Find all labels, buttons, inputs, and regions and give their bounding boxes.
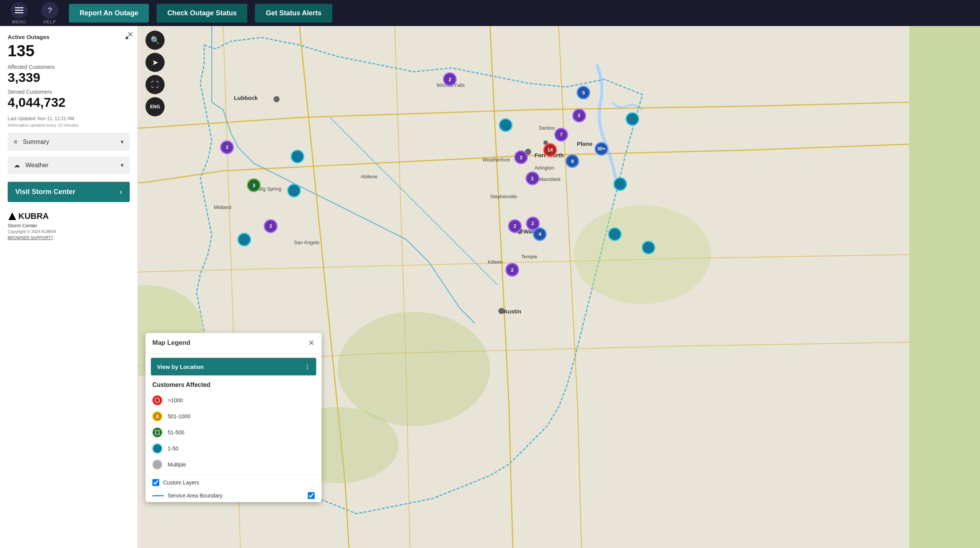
expand-icon: ⛶ [151, 80, 159, 89]
weather-arrow: ▾ [121, 161, 124, 169]
copyright-text: Copyright © 2024 KUBRA [8, 229, 130, 234]
map-search-button[interactable]: 🔍 [145, 31, 165, 50]
menu-icon [11, 2, 28, 19]
custom-layers-label: Custom Layers [163, 480, 199, 486]
legend-gt1000-label: >1000 [168, 397, 183, 403]
city-label-san-angelo: San Angelo [294, 240, 320, 245]
outage-marker-m13[interactable] [287, 184, 301, 197]
outage-marker-m14[interactable]: 2 [264, 219, 278, 233]
summary-button[interactable]: ≡ Summary ▾ [8, 133, 130, 151]
summary-arrow: ▾ [121, 138, 124, 145]
storm-center-arrow: › [120, 188, 122, 196]
left-panel: ✕ Active Outages ▲ 135 Affected Customer… [0, 26, 138, 548]
service-area-row: Service Area Boundary [145, 489, 322, 502]
city-label-austin: Austin [503, 308, 521, 315]
storm-center-text: Storm Center [8, 223, 130, 228]
menu-label: MENU [12, 20, 26, 24]
service-area-checkbox[interactable] [308, 492, 315, 499]
legend-1-50-label: 1-50 [168, 445, 178, 452]
browser-support-link[interactable]: BROWSER SUPPORT? [8, 235, 130, 240]
city-label-stephenville: Stephenville [490, 194, 517, 199]
legend-item-gt1000: >1000 [145, 392, 322, 408]
kubra-logo: KUBRA Storm Center Copyright © 2024 KUBR… [8, 211, 130, 240]
served-customers-label: Served Customers [8, 89, 130, 95]
outage-marker-m21[interactable] [613, 177, 627, 191]
legend-header: Map Legend ✕ [145, 333, 322, 353]
svg-point-14 [153, 396, 162, 405]
city-label-abilene: Abilene [361, 174, 377, 179]
update-info-text: Information updated every 10 minutes. [8, 123, 130, 127]
outage-marker-m15[interactable] [237, 233, 251, 246]
weather-icon: ☁ [14, 162, 20, 168]
summary-icon: ≡ [14, 139, 17, 145]
outage-marker-m23[interactable]: 2 [505, 263, 519, 277]
city-label-midland: Midland [214, 204, 232, 210]
outage-marker-m12[interactable] [291, 150, 304, 163]
city-label-temple: Temple [521, 254, 537, 259]
map-controls: 🔍 ➤ ⛶ ENG [145, 31, 165, 116]
outage-marker-m4[interactable]: 7 [554, 128, 568, 142]
map-locate-button[interactable]: ➤ [145, 53, 165, 72]
map-legend-panel: Map Legend ✕ View by Location ⋮ Customer… [145, 333, 322, 502]
custom-layers-checkbox[interactable] [152, 479, 159, 486]
legend-item-1-50: 1-50 [145, 440, 322, 457]
svg-point-21 [153, 460, 162, 469]
view-by-location-label: View by Location [157, 364, 204, 370]
check-outage-button[interactable]: Check Outage Status [157, 4, 247, 23]
city-label-plano: Plano [577, 140, 593, 147]
legend-51-500-label: 51-500 [168, 429, 185, 435]
get-alerts-button[interactable]: Get Status Alerts [255, 4, 332, 23]
city-label-weatherford: Weatherford [482, 157, 510, 163]
svg-marker-3 [8, 212, 16, 220]
outage-marker-m22[interactable] [642, 241, 655, 254]
outage-marker-m7[interactable]: 2 [514, 150, 528, 164]
help-label: HELP [44, 20, 56, 24]
outage-marker-m19[interactable] [499, 118, 513, 132]
outage-marker-m11[interactable]: 3 [247, 178, 261, 192]
panel-close-button[interactable]: ✕ [127, 30, 134, 39]
active-outages-label: Active Outages [8, 34, 49, 40]
svg-point-18 [153, 428, 162, 437]
active-outages-count: 135 [8, 42, 130, 60]
outage-marker-m9[interactable]: 30+ [595, 142, 608, 156]
city-label-mansfield: Mansfield [539, 176, 560, 182]
served-customers-value: 4,044,732 [8, 95, 130, 110]
map-language-button[interactable]: ENG [145, 97, 165, 116]
menu-button[interactable]: MENU [8, 2, 31, 24]
customers-affected-title: Customers Affected [145, 380, 322, 392]
help-button[interactable]: ? HELP [38, 2, 61, 24]
legend-501-1000-label: 501-1000 [168, 413, 190, 419]
outage-marker-m5[interactable]: 14 [543, 143, 557, 157]
city-label-denton: Denton [539, 125, 555, 131]
visit-storm-center-button[interactable]: Visit Storm Center › [8, 182, 130, 202]
city-label-lubbock: Lubbock [234, 95, 258, 101]
legend-close-button[interactable]: ✕ [308, 338, 315, 347]
kubra-brand: KUBRA [18, 211, 49, 221]
outage-marker-m10[interactable]: 2 [220, 140, 234, 154]
outage-marker-m1[interactable]: 2 [443, 72, 457, 86]
view-options-icon: ⋮ [304, 363, 310, 370]
custom-layers-row: Custom Layers [145, 476, 322, 489]
svg-rect-2 [15, 12, 23, 13]
outage-marker-m20[interactable] [626, 112, 639, 126]
outage-marker-m18[interactable]: 2 [508, 219, 522, 233]
service-area-label: Service Area Boundary [168, 493, 222, 499]
outage-marker-m3[interactable]: 2 [572, 109, 586, 122]
legend-title: Map Legend [152, 339, 190, 347]
outage-marker-m24[interactable] [608, 227, 622, 241]
outage-marker-m8[interactable]: 2 [526, 171, 539, 185]
legend-item-multiple: Multiple [145, 457, 322, 473]
outage-marker-m17[interactable]: 4 [533, 227, 547, 241]
svg-point-20 [153, 444, 162, 453]
view-by-location-button[interactable]: View by Location ⋮ [151, 358, 316, 375]
outage-marker-m2[interactable]: 5 [577, 86, 590, 99]
weather-button[interactable]: ☁ Weather ▾ [8, 156, 130, 174]
city-label-arlington: Arlington [534, 165, 554, 171]
locate-icon: ➤ [152, 58, 158, 67]
report-outage-button[interactable]: Report An Outage [69, 4, 149, 23]
legend-multiple-label: Multiple [168, 462, 186, 468]
outage-marker-m6[interactable]: 9 [565, 154, 579, 168]
search-icon: 🔍 [150, 36, 160, 45]
map-expand-button[interactable]: ⛶ [145, 75, 165, 94]
svg-rect-0 [15, 7, 23, 8]
